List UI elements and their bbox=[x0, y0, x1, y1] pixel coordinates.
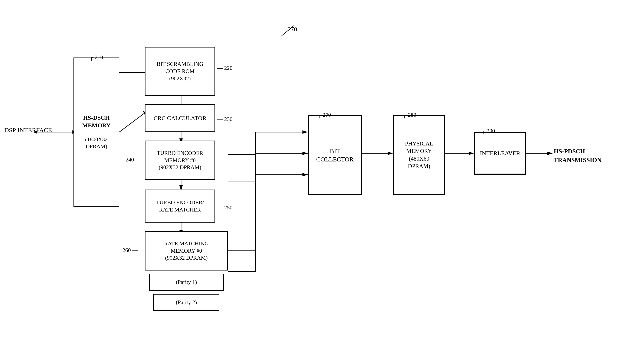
ref-230: — 230 bbox=[217, 116, 233, 122]
ref-250: — 250 bbox=[217, 204, 233, 211]
ref-200-arrow bbox=[275, 21, 300, 38]
svg-line-34 bbox=[281, 26, 294, 36]
bit-collector-block: BITCOLLECTOR bbox=[308, 115, 362, 195]
ref-270: ┌ 270 bbox=[317, 112, 331, 118]
turbo-encoder-rate-block: TURBO ENCODER/RATE MATCHER bbox=[145, 190, 215, 223]
diagram: 270 DSP INTERFACE HS-DSCH MEMORY (1800X3… bbox=[0, 0, 626, 364]
ref-280: ┌ 280 bbox=[403, 112, 416, 118]
parity2-block: (Parity 2) bbox=[153, 294, 219, 311]
svg-marker-18 bbox=[303, 130, 308, 134]
bit-scrambling-block: BIT SCRAMBLINGCODE ROM(902X32) bbox=[145, 47, 215, 96]
interleaver-block: INTERLEAVER bbox=[474, 132, 526, 175]
rate-matching-memory-block: RATE MATCHINGMEMORY #0(902X32 DPRAM) bbox=[145, 231, 228, 271]
physical-memory-block: PHYSICALMEMORY(480X60DPRAM) bbox=[393, 115, 445, 195]
svg-marker-31 bbox=[469, 152, 474, 155]
turbo-encoder-memory-block: TURBO ENCODERMEMORY #0(902X32 DPRAM) bbox=[145, 141, 215, 180]
svg-marker-29 bbox=[388, 152, 393, 155]
svg-marker-27 bbox=[303, 173, 308, 176]
dsp-interface-label: DSP INTERFACE bbox=[4, 126, 32, 135]
hs-pdsch-label: HS-PDSCHTRANSMISSION bbox=[554, 147, 601, 164]
ref-210: ┌ 210 bbox=[89, 54, 103, 61]
svg-marker-25 bbox=[303, 152, 308, 155]
ref-260: 260 — bbox=[122, 247, 138, 253]
ref-290: ┌ 290 bbox=[481, 128, 495, 134]
parity1-block: (Parity 1) bbox=[149, 274, 224, 291]
svg-line-5 bbox=[119, 113, 145, 132]
ref-240: 240 — bbox=[126, 157, 141, 163]
crc-calculator-block: CRC CALCULATOR bbox=[145, 104, 215, 132]
svg-marker-33 bbox=[548, 152, 553, 155]
hs-dsch-memory-block: HS-DSCH MEMORY (1800X32DPRAM) bbox=[74, 57, 119, 207]
ref-220: — 220 bbox=[217, 65, 233, 71]
